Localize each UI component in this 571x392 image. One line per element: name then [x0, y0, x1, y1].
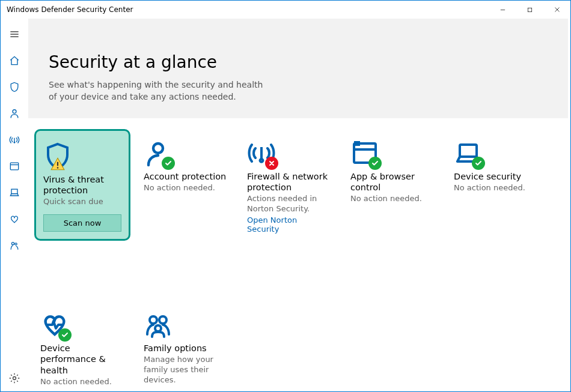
tile-laptop[interactable]: Device securityNo action needed. — [448, 129, 544, 241]
window-title: Windows Defender Security Center — [7, 5, 489, 14]
sidebar-account[interactable] — [1, 100, 28, 127]
status-ok-badge — [368, 157, 382, 170]
tile-icon-area — [40, 307, 124, 339]
tile-title: Account protection — [144, 171, 228, 182]
network-icon — [8, 134, 20, 146]
page-subtitle: See what's happening with the security a… — [49, 79, 265, 103]
person-icon — [8, 107, 20, 119]
browser-icon — [8, 160, 20, 172]
tile-subtitle: Quick scan due — [43, 197, 121, 207]
tile-icon-area — [454, 135, 538, 167]
tile-subtitle: No action needed. — [454, 183, 538, 193]
tile-browser[interactable]: App & browser controlNo action needed. — [344, 129, 441, 241]
sidebar-home[interactable] — [1, 47, 28, 74]
sidebar-menu-toggle[interactable] — [1, 21, 28, 47]
titlebar: Windows Defender Security Center — [1, 1, 570, 19]
tile-icon-area — [144, 307, 228, 339]
status-ok-badge — [162, 157, 175, 170]
tile-icon-area — [247, 135, 331, 167]
sidebar-virus[interactable] — [1, 74, 28, 100]
tile-person[interactable]: Account protectionNo action needed. — [138, 129, 234, 241]
tile-icon-area — [144, 135, 228, 167]
menu-icon — [8, 28, 20, 40]
tile-heart[interactable]: Device performance & healthNo action nee… — [34, 301, 130, 387]
check-icon — [475, 160, 482, 167]
window-controls — [489, 1, 570, 19]
check-icon — [371, 160, 379, 167]
check-icon — [165, 160, 172, 167]
tile-shield[interactable]: Virus & threat protectionQuick scan dueS… — [34, 129, 130, 241]
tiles-grid: Virus & threat protectionQuick scan dueS… — [28, 118, 570, 391]
tile-subtitle: Actions needed in Norton Security. — [247, 194, 331, 214]
tile-title: Firewall & network protection — [247, 171, 331, 193]
status-ok-badge — [58, 328, 72, 342]
svg-point-21 — [57, 167, 59, 169]
close-icon — [554, 6, 561, 13]
minimize-button[interactable] — [489, 1, 516, 19]
check-icon — [61, 331, 69, 339]
maximize-icon — [527, 7, 533, 13]
hero-banner: Security at a glance See what's happenin… — [28, 19, 568, 118]
tile-title: Device security — [454, 171, 538, 182]
page-title: Security at a glance — [49, 52, 548, 72]
status-error-badge — [265, 157, 278, 170]
tile-action-button[interactable]: Scan now — [43, 214, 121, 232]
sidebar-app-browser[interactable] — [1, 153, 28, 179]
laptop-icon — [8, 187, 20, 199]
close-button[interactable] — [543, 1, 570, 19]
tile-title: Virus & threat protection — [43, 174, 121, 196]
status-ok-badge — [472, 157, 485, 170]
main-content: Security at a glance See what's happenin… — [28, 19, 570, 391]
shield-icon — [8, 81, 20, 93]
tile-network[interactable]: Firewall & network protectionActions nee… — [241, 129, 337, 241]
tile-title: Family options — [144, 343, 228, 354]
heart-icon — [8, 213, 20, 225]
sidebar-family[interactable] — [1, 232, 28, 259]
sidebar — [1, 19, 28, 391]
tile-icon-area — [43, 138, 121, 170]
gear-icon — [8, 372, 20, 384]
sidebar-device-security[interactable] — [1, 179, 28, 206]
tile-subtitle: No action needed. — [40, 377, 124, 387]
family-icon — [8, 240, 20, 252]
x-icon — [268, 160, 275, 167]
tile-link[interactable]: Open Norton Security — [247, 216, 331, 234]
sidebar-settings[interactable] — [1, 365, 28, 391]
minimize-icon — [499, 7, 506, 13]
warning-icon — [49, 156, 66, 172]
svg-rect-19 — [528, 8, 531, 11]
home-icon — [8, 55, 20, 67]
tile-title: App & browser control — [350, 171, 435, 193]
tile-family[interactable]: Family optionsManage how your family use… — [138, 301, 234, 387]
family-icon — [144, 310, 173, 339]
tile-title: Device performance & health — [40, 343, 124, 375]
maximize-button[interactable] — [516, 1, 543, 19]
tile-icon-area — [350, 135, 435, 167]
sidebar-performance[interactable] — [1, 206, 28, 232]
tile-subtitle: Manage how your family uses their device… — [144, 355, 228, 385]
tile-subtitle: No action needed. — [350, 194, 435, 204]
sidebar-firewall[interactable] — [1, 127, 28, 153]
tile-subtitle: No action needed. — [144, 183, 228, 193]
